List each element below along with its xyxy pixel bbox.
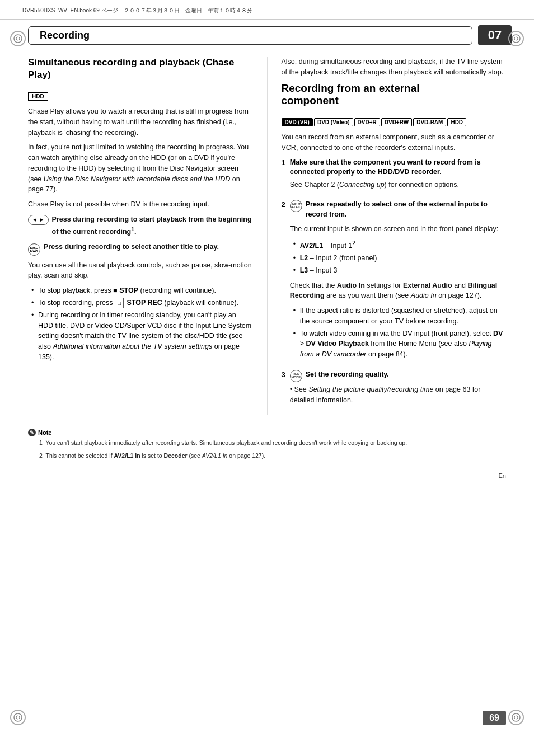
stop-items-list: To stop playback, press ■ STOP (recordin… (38, 285, 253, 363)
right-title-line1: Recording from an external (282, 82, 420, 94)
svg-point-7 (514, 716, 518, 719)
right-also-text: Also, during simultaneous recording and … (282, 57, 507, 78)
format-badges-row: DVD (VR) DVD (Video) DVD+R DVD+RW DVD-RA… (282, 118, 507, 126)
inputs-list: AV2/L1 – Input 12 L2 – Input 2 (front pa… (300, 239, 506, 275)
input-av2: AV2/L1 – Input 12 (300, 239, 506, 251)
step-1-title: Make sure that the component you want to… (290, 158, 506, 177)
svg-point-0 (14, 35, 22, 43)
bullet-2-text: Press during recording to select another… (44, 242, 219, 252)
left-section-title: Simultaneous recording and playback (Cha… (28, 57, 253, 81)
corner-decoration-tr (508, 31, 524, 46)
badge-dvd-plus-rw: DVD+RW (381, 118, 412, 126)
additional-bullets: If the aspect ratio is distorted (squash… (300, 306, 506, 360)
svg-point-4 (14, 713, 22, 721)
disc-navigator-icon: DISCNAVI (28, 242, 40, 256)
badge-hdd: HDD (447, 118, 466, 126)
right-column: Also, during simultaneous recording and … (268, 57, 507, 415)
svg-point-6 (512, 713, 520, 721)
page-header: Recording 07 (28, 25, 512, 45)
right-title-line2: component (282, 95, 339, 106)
stop-item-3: During recording or in timer recording s… (38, 310, 253, 363)
badge-dvd-vr: DVD (VR) (282, 118, 313, 126)
left-intro-2: In fact, you're not just limited to watc… (28, 142, 253, 195)
right-divider (282, 112, 507, 112)
hdd-badge: HDD (28, 92, 48, 101)
audio-check-text: Check that the Audio In settings for Ext… (290, 280, 506, 302)
note-item-2: 2 This cannot be selected if AV2/L1 In i… (39, 452, 506, 460)
svg-point-5 (16, 716, 20, 719)
input-l2: L2 – Input 2 (front panel) (300, 253, 506, 264)
chapter-number: 07 (478, 25, 512, 45)
left-divider (28, 86, 253, 86)
top-metadata-bar: DVR550HXS_WV_EN.book 69 ページ ２００７年３月３０日 金… (0, 0, 534, 20)
corner-decoration-br (508, 710, 524, 725)
right-section-title: Recording from an external component (282, 82, 507, 108)
step-2-number: 2 (282, 200, 285, 209)
input-l3: L3 – Input 3 (300, 265, 506, 276)
bullet-select-title: DISCNAVI Press during recording to selec… (28, 242, 253, 256)
step-2-content: INPUTSELECT Press repeatedly to select o… (290, 200, 506, 364)
dv-bullet: To watch video coming in via the DV inpu… (300, 328, 506, 360)
page-number-box: 69 (483, 711, 506, 725)
right-intro: You can record from an external componen… (282, 132, 507, 153)
badge-dvd-plus-r: DVD+R (354, 118, 380, 126)
play-button-icon: ◄ ► (28, 215, 49, 225)
step-3-title: Set the recording quality. (306, 370, 389, 380)
left-intro-3: Chase Play is not possible when DV is th… (28, 199, 253, 210)
rec-mode-icon: RECMODE (290, 370, 302, 382)
left-intro-1: Chase Play allows you to watch a recordi… (28, 106, 253, 138)
step-3-sub: • See Setting the picture quality/record… (290, 384, 506, 406)
badge-dvd-video: DVD (Video) (314, 118, 353, 126)
left-column: Simultaneous recording and playback (Cha… (28, 57, 268, 415)
stop-item-2: To stop recording, press □ STOP REC (pla… (38, 298, 253, 308)
metadata-text: DVR550HXS_WV_EN.book 69 ページ ２００７年３月３０日 金… (22, 7, 252, 13)
step-2-sub: The current input is shown on-screen and… (290, 224, 506, 234)
bullet-1-text: Press during recording to start playback… (52, 214, 253, 237)
note-label: Note (38, 429, 51, 436)
step-3-content: RECMODE Set the recording quality. • See… (290, 370, 506, 410)
step-1-number: 1 (282, 158, 285, 167)
playback-controls-text: You can use all the usual playback contr… (28, 260, 253, 281)
step-1-content: Make sure that the component you want to… (290, 158, 506, 195)
page-number: 69 (489, 713, 499, 722)
page-container: DVR550HXS_WV_EN.book 69 ページ ２００７年３月３０日 金… (0, 0, 534, 756)
note-title-row: ✎ Note (28, 429, 506, 436)
step-3-number: 3 (282, 370, 285, 379)
note-icon: ✎ (28, 429, 36, 436)
section-title-box: Recording (28, 26, 472, 45)
bullet-play-from-start: ◄ ► Press during recording to start play… (28, 214, 253, 237)
step-1-sub: See Chapter 2 (Connecting up) for connec… (290, 180, 506, 190)
svg-point-3 (514, 37, 518, 40)
page-lang: En (499, 472, 506, 479)
input-select-icon: INPUTSELECT (290, 200, 302, 212)
corner-decoration-bl (10, 710, 26, 725)
svg-point-1 (16, 37, 20, 40)
note-item-1: 1 You can't start playback immediately a… (39, 439, 506, 447)
stop-item-1: To stop playback, press ■ STOP (recordin… (38, 285, 253, 296)
badge-dvd-ram: DVD-RAM (413, 118, 446, 126)
page-title: Recording (40, 30, 90, 41)
main-content: Simultaneous recording and playback (Cha… (28, 57, 506, 415)
step-3: 3 RECMODE Set the recording quality. • S… (282, 370, 507, 410)
svg-point-2 (512, 35, 520, 43)
step-1: 1 Make sure that the component you want … (282, 158, 507, 195)
step-2: 2 INPUTSELECT Press repeatedly to select… (282, 200, 507, 364)
page-footer: 69 En (0, 471, 534, 479)
corner-decoration-tl (10, 31, 26, 46)
stop-rec-button-icon: □ (115, 298, 124, 308)
aspect-ratio-bullet: If the aspect ratio is distorted (squash… (300, 306, 506, 327)
note-section: ✎ Note 1 You can't start playback immedi… (28, 424, 506, 459)
step-2-title: Press repeatedly to select one of the ex… (306, 200, 506, 219)
